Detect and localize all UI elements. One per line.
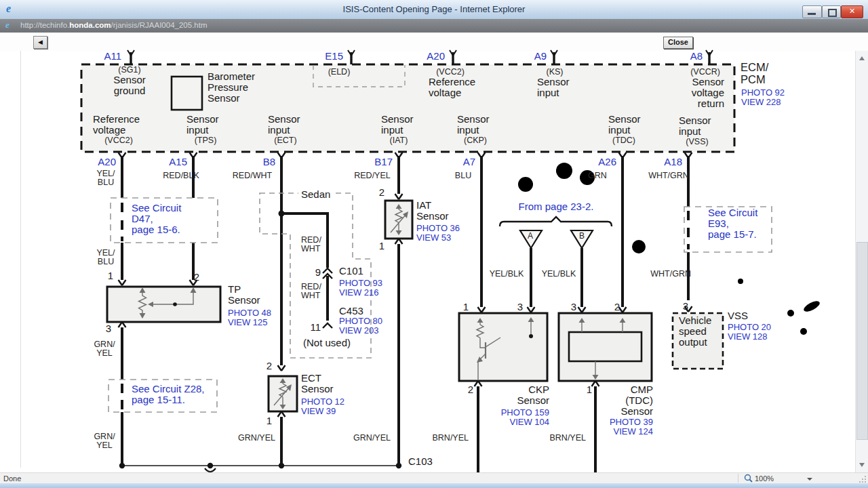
zoom-magnifier-icon bbox=[744, 474, 753, 483]
url-prefix: http://techinfo. bbox=[20, 21, 69, 29]
resize-grip[interactable] bbox=[859, 476, 866, 483]
url-field[interactable]: http://techinfo.honda.com/rjanisis/RJAAI… bbox=[20, 21, 208, 29]
ie-favicon: e bbox=[5, 20, 9, 30]
minimize-icon bbox=[808, 13, 816, 15]
browser-window: e ISIS-Content Opening Page - Internet E… bbox=[0, 0, 868, 488]
window-title: ISIS-Content Opening Page - Internet Exp… bbox=[0, 4, 868, 14]
url-domain: honda.com bbox=[69, 21, 111, 29]
page-toolbar: ◀ Close bbox=[0, 33, 868, 52]
diagram-viewport bbox=[0, 51, 868, 472]
scroll-down-arrow-icon[interactable] bbox=[856, 459, 868, 471]
status-bar: Done 100% bbox=[0, 472, 868, 484]
close-icon: ✕ bbox=[842, 7, 863, 16]
close-page-button[interactable]: Close bbox=[663, 37, 693, 49]
url-path: /rjanisis/RJAAI004_205.htm bbox=[111, 21, 208, 29]
status-text: Done bbox=[3, 474, 21, 483]
status-separator bbox=[738, 474, 738, 483]
maximize-icon bbox=[828, 9, 837, 17]
zoom-dropdown-caret-icon[interactable] bbox=[807, 478, 812, 481]
zoom-level[interactable]: 100% bbox=[755, 474, 774, 483]
minimize-button[interactable] bbox=[802, 5, 822, 18]
close-window-button[interactable]: ✕ bbox=[841, 5, 863, 18]
title-bar: e ISIS-Content Opening Page - Internet E… bbox=[0, 0, 868, 20]
vertical-scrollbar[interactable] bbox=[855, 51, 868, 472]
scrollbar-thumb[interactable] bbox=[856, 242, 868, 440]
scroll-up-arrow-icon[interactable] bbox=[856, 52, 868, 64]
maximize-button[interactable] bbox=[822, 5, 841, 18]
window-bottom-border bbox=[0, 483, 868, 488]
address-bar: e http://techinfo.honda.com/rjanisis/RJA… bbox=[0, 19, 868, 33]
back-button[interactable]: ◀ bbox=[33, 36, 47, 49]
frame-divider bbox=[20, 51, 21, 468]
